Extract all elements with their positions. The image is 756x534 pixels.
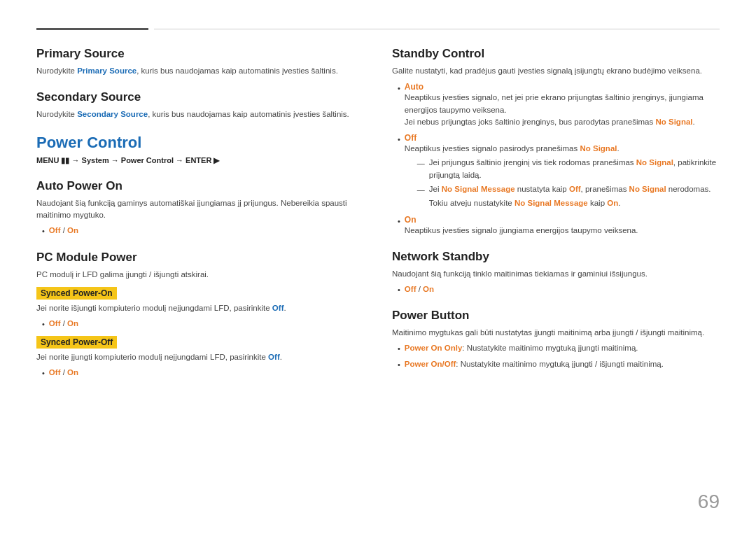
synced-power-on-section: Synced Power-On Jei norite išjungti komp… [36, 287, 364, 331]
auto-power-on-body: Naudojant šią funkciją gaminys automatiš… [36, 197, 364, 223]
synced-power-off-label: Synced Power-Off [36, 336, 117, 349]
bullet-dot-3: • [42, 367, 45, 380]
power-control-heading: Power Control [36, 134, 364, 152]
standby-off-subbullets: — Jei prijungus šaltinio įrenginį vis ti… [417, 157, 720, 211]
on-label-2: On [67, 319, 78, 328]
section-standby-control: Standby Control Galite nustatyti, kad pr… [392, 47, 720, 237]
synced-power-off-option: Off / On [49, 367, 78, 379]
power-on-only-bullet: • Power On Only: Nustatykite maitinimo m… [398, 342, 720, 356]
power-on-off-bullet: • Power On/Off: Nustatykite maitinimo my… [398, 358, 720, 372]
auto-power-on-heading: Auto Power On [36, 179, 364, 193]
secondary-source-highlight: Secondary Source [77, 110, 148, 118]
power-on-only-text: Power On Only: Nustatykite maitinimo myg… [405, 342, 638, 355]
sub-bullet-2: — Jei No Signal Message nustatyta kaip O… [417, 183, 720, 197]
standby-on-content: On Neaptikus įvesties signalo įjungiama … [405, 215, 638, 237]
bullet-dot-pow1: • [398, 342, 400, 356]
page-number: 69 [698, 491, 720, 513]
synced-power-off-bullet: • Off / On [42, 367, 364, 380]
power-on-off-text: Power On/Off: Nustatykite maitinimo mygt… [405, 358, 664, 371]
network-standby-heading: Network Standby [392, 250, 720, 264]
section-primary-source: Primary Source Nurodykite Primary Source… [36, 47, 364, 78]
off-label: Off [49, 226, 61, 234]
bullet-dot-pow2: • [398, 358, 400, 372]
off-label-3: Off [49, 368, 61, 377]
no-signal-2: No Signal [580, 144, 617, 153]
synced-power-on-label: Synced Power-On [36, 287, 117, 300]
section-pc-module-power: PC Module Power PC modulį ir LFD galima … [36, 251, 364, 380]
standby-on-desc: Neaptikus įvesties signalo įjungiama ene… [405, 226, 638, 234]
section-network-standby: Network Standby Naudojant šią funkciją t… [392, 250, 720, 297]
off-ref-1: Off [569, 185, 581, 193]
on-standby-label: On [405, 215, 416, 225]
dash-1: — [417, 157, 425, 170]
secondary-source-body: Nurodykite Secondary Source, kuris bus n… [36, 108, 364, 121]
on-label: On [67, 226, 78, 234]
standby-off-desc: Neaptikus įvesties signalo pasirodys pra… [405, 144, 620, 153]
pc-module-body: PC modulį ir LFD galima įjungti / išjung… [36, 269, 364, 281]
section-auto-power-on: Auto Power On Naudojant šią funkciją gam… [36, 179, 364, 238]
standby-auto-desc2: Jei nebus prijungtas joks šaltinio įreng… [405, 118, 695, 126]
top-divider [36, 28, 720, 30]
standby-auto-bullet: • Auto Neaptikus įvesties signalo, net j… [398, 82, 720, 129]
left-column: Primary Source Nurodykite Primary Source… [36, 47, 364, 393]
standby-auto-desc: Neaptikus įvesties signalo, net jei prie… [405, 93, 704, 114]
dash-2: — [417, 183, 425, 197]
synced-power-off-off-ref: Off [268, 353, 280, 361]
primary-source-highlight: Primary Source [77, 66, 136, 75]
power-button-heading: Power Button [392, 309, 720, 323]
no-signal-1: No Signal [655, 118, 692, 126]
off-standby-label: Off [405, 133, 416, 143]
section-power-button: Power Button Maitinimo mygtukas gali būt… [392, 309, 720, 371]
synced-power-off-body: Jei norite įjungti kompiuterio modulį ne… [36, 351, 364, 364]
synced-power-on-bullet: • Off / On [42, 318, 364, 331]
standby-auto-content: Auto Neaptikus įvesties signalo, net jei… [405, 82, 720, 129]
sub-bullet-2-text: Jei No Signal Message nustatyta kaip Off… [429, 183, 711, 196]
no-signal-4: No Signal [629, 185, 666, 193]
primary-source-heading: Primary Source [36, 47, 364, 61]
auto-power-on-option: Off / On [49, 225, 78, 237]
bullet-dot: • [42, 225, 45, 238]
bullet-dot-net: • [398, 283, 400, 297]
off-label-2: Off [49, 319, 61, 328]
sub-bullet-1: — Jei prijungus šaltinio įrenginį vis ti… [417, 157, 720, 182]
bullet-dot-off: • [398, 133, 400, 146]
pc-module-power-heading: PC Module Power [36, 251, 364, 265]
sub-bullet-1-text: Jei prijungus šaltinio įrenginį vis tiek… [429, 157, 720, 182]
section-power-control: Power Control MENU ▮▮ → System → Power C… [36, 134, 364, 167]
sub-bullet-3: — Tokiu atveju nustatykite No Signal Mes… [417, 197, 720, 211]
standby-off-bullet: • Off Neaptikus įvesties signalo pasirod… [398, 133, 720, 211]
sub-bullet-3-text: Tokiu atveju nustatykite No Signal Messa… [429, 197, 621, 210]
right-column: Standby Control Galite nustatyti, kad pr… [392, 47, 720, 393]
bullet-dot-2: • [42, 318, 45, 331]
power-on-only-label: Power On Only [405, 344, 462, 352]
on-ref: On [607, 199, 618, 207]
divider-thin [154, 29, 720, 29]
bullet-dot-auto: • [398, 82, 400, 95]
no-signal-msg-2: No Signal Message [514, 199, 588, 207]
standby-off-content: Off Neaptikus įvesties signalo pasirodys… [405, 133, 720, 211]
standby-control-heading: Standby Control [392, 47, 720, 61]
page: Primary Source Nurodykite Primary Source… [0, 0, 756, 534]
secondary-source-heading: Secondary Source [36, 90, 364, 104]
network-standby-bullet: • Off / On [398, 283, 720, 297]
menu-path: MENU ▮▮ → System → Power Control → ENTER… [36, 155, 364, 167]
synced-power-off-section: Synced Power-Off Jei norite įjungti komp… [36, 336, 364, 380]
off-label-net: Off [405, 285, 416, 293]
synced-power-on-option: Off / On [49, 318, 78, 330]
power-button-body: Maitinimo mygtukas gali būti nustatytas … [392, 327, 720, 339]
synced-power-on-body: Jei norite išjungti kompiuterio modulį n… [36, 302, 364, 315]
auto-power-on-bullet: • Off / On [42, 225, 364, 238]
power-on-off-label: Power On/Off [405, 360, 456, 368]
standby-control-body: Galite nustatyti, kad pradėjus gauti įve… [392, 65, 720, 78]
no-signal-msg-1: No Signal Message [442, 185, 515, 193]
section-secondary-source: Secondary Source Nurodykite Secondary So… [36, 90, 364, 121]
synced-power-on-off-ref: Off [272, 304, 284, 312]
divider-thick [36, 28, 148, 30]
auto-label: Auto [405, 82, 424, 92]
no-signal-3: No Signal [636, 158, 673, 167]
on-label-3: On [67, 368, 78, 377]
standby-on-bullet: • On Neaptikus įvesties signalo įjungiam… [398, 215, 720, 237]
network-standby-body: Naudojant šią funkciją tinklo maitinimas… [392, 268, 720, 281]
primary-source-body: Nurodykite Primary Source, kuris bus nau… [36, 65, 364, 78]
network-standby-option: Off / On [405, 283, 434, 296]
